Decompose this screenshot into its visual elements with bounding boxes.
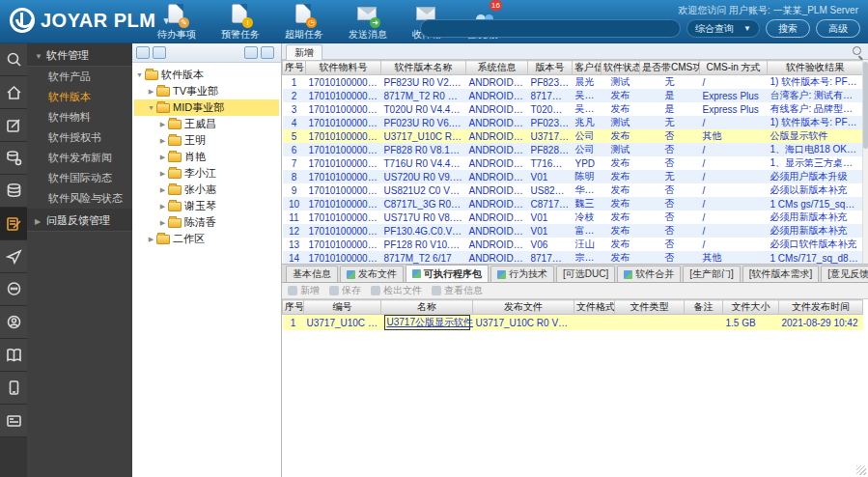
table-row[interactable]: 41701010000020PF023U R0 V6.163ANDROID 11… — [283, 116, 863, 129]
tree-node[interactable]: ▼MID事业部 — [134, 99, 279, 116]
toolbar-item-overdue-tasks[interactable]: ◷超期任务 — [285, 4, 323, 42]
rail-book-icon[interactable] — [0, 339, 27, 372]
package-link[interactable]: U3717公版显示软件包 — [384, 315, 470, 330]
rail-chat-icon[interactable] — [0, 273, 27, 306]
column-header[interactable]: 是否带CMS功能 — [640, 61, 700, 75]
tree-node[interactable]: ▶王明 — [134, 132, 279, 149]
column-header[interactable]: 文件类型 — [615, 300, 685, 315]
tree-node[interactable]: ▶二作区 — [134, 231, 279, 247]
search-scope-select[interactable]: 综合查询 ▼ — [686, 19, 760, 38]
rail-database-gear-icon[interactable] — [0, 142, 27, 175]
nav-item[interactable]: 软件风险与状态 — [27, 188, 132, 209]
table-row[interactable]: 11701010000024PF823U R0 V2.213ANDROID 11… — [283, 75, 863, 90]
tab-new[interactable]: 新增 — [286, 44, 322, 60]
toolbar-item-warning-tasks[interactable]: !预警任务 — [221, 4, 260, 42]
chevron-right-icon[interactable]: ▶ — [157, 165, 168, 182]
nav-item[interactable]: 软件版本 — [27, 87, 132, 107]
rail-broadcast-icon[interactable] — [0, 306, 27, 339]
table-row[interactable]: 31701010000021T020U R0 V4.44 5YANDROID 1… — [283, 102, 863, 116]
expand-all-icon[interactable] — [244, 46, 258, 59]
search-button[interactable]: 搜索 — [766, 19, 810, 38]
nav-item[interactable]: 软件授权书 — [27, 127, 132, 148]
table-search-icon[interactable] — [852, 45, 864, 58]
nav-item[interactable]: 软件产品 — [27, 67, 132, 87]
tree-node[interactable]: ▶TV事业部 — [134, 83, 279, 99]
table-row[interactable]: 71701010000017T716U R0 V4.44 Y1ANDROID 1… — [283, 156, 863, 170]
rail-database-icon[interactable] — [0, 175, 27, 208]
rail-send-icon[interactable] — [0, 240, 27, 273]
nav-section-0[interactable]: ▼软件管理 — [27, 43, 132, 67]
column-header[interactable]: 文件格式 — [574, 300, 615, 315]
detail-tab-2[interactable]: 可执行程序包 — [406, 265, 489, 282]
tree-node[interactable]: ▼软件版本 — [134, 67, 279, 83]
nav-item[interactable]: 软件国际动态 — [27, 168, 132, 188]
table-row[interactable]: 111701010000013US717U R0 V8.19ANDROID 11… — [283, 210, 863, 224]
rail-document-edit-icon[interactable] — [0, 208, 27, 240]
table-row[interactable]: 81701010000016US720U R0 V9.47ANDROID 11V… — [283, 170, 863, 183]
refresh-icon[interactable] — [136, 46, 150, 59]
column-header[interactable]: 序号 — [283, 300, 304, 315]
collapse-all-icon[interactable] — [261, 46, 274, 59]
table-row[interactable]: 101701010000014C8717L_3G R0 V8ANDROID 11… — [283, 197, 863, 210]
detail-toolbar-button-1[interactable]: 保存 — [329, 284, 361, 297]
nav-item[interactable]: 软件发布新闻 — [27, 148, 132, 168]
column-header[interactable]: 编号 — [304, 300, 381, 315]
table-row[interactable]: 131701010000010PF128 R0 V10.32 RANDROID … — [283, 238, 863, 251]
tree-node[interactable]: ▶李小江 — [134, 165, 279, 182]
chevron-down-icon[interactable]: ▼ — [134, 67, 145, 83]
column-header[interactable]: 客户信息 — [573, 61, 602, 75]
tree-node[interactable]: ▶张小惠 — [134, 182, 279, 198]
column-header[interactable]: 软件验收结果 — [768, 61, 863, 75]
detail-tab-8[interactable]: [意见反馈] — [821, 266, 868, 282]
chevron-right-icon[interactable]: ▶ — [157, 116, 168, 132]
rail-home-icon[interactable] — [0, 76, 27, 109]
column-header[interactable]: 软件版本名称 — [381, 61, 466, 75]
detail-tab-5[interactable]: 软件合并 — [617, 266, 681, 282]
detail-tab-3[interactable]: 行为技术 — [490, 266, 554, 282]
detail-tab-7[interactable]: [软件版本需求] — [742, 266, 820, 282]
detail-toolbar-button-0[interactable]: 新增 — [288, 284, 320, 297]
tree-settings-icon[interactable] — [153, 46, 166, 59]
column-header[interactable]: 文件大小 — [723, 300, 779, 315]
chevron-down-icon[interactable]: ▼ — [146, 99, 156, 116]
table-row[interactable]: 61701010000018PF828 R0 V8.127 HANDROID 1… — [283, 143, 863, 156]
nav-item[interactable]: 软件物料 — [27, 107, 132, 127]
column-header[interactable]: 版本号 — [528, 61, 573, 75]
column-header[interactable]: 备注 — [685, 300, 723, 315]
detail-toolbar-button-3[interactable]: 查看信息 — [432, 284, 483, 297]
resize-grip[interactable] — [856, 465, 866, 475]
detail-tab-4[interactable]: [可选DUC] — [556, 266, 615, 282]
tree-node[interactable]: ▶谢玉琴 — [134, 198, 279, 214]
global-search-input[interactable] — [420, 19, 681, 38]
column-header[interactable]: 系统信息 — [466, 61, 528, 75]
table-row[interactable]: 91701010000015US821U2 C0 V9.1ANDROID 10.… — [283, 183, 863, 197]
chevron-right-icon[interactable]: ▶ — [146, 83, 156, 99]
tree-node[interactable]: ▶陈清香 — [134, 214, 279, 231]
detail-toolbar-button-2[interactable]: 检出文件 — [371, 284, 422, 297]
rail-mobile-icon[interactable] — [0, 372, 27, 405]
chevron-right-icon[interactable]: ▶ — [157, 149, 168, 165]
toolbar-item-todo-tasks[interactable]: ✎待办事项 — [157, 4, 196, 42]
chevron-right-icon[interactable]: ▶ — [157, 198, 168, 214]
tree-node[interactable]: ▶肖艳 — [134, 149, 279, 165]
column-header[interactable]: 发布文件 — [473, 300, 574, 315]
table-row[interactable]: 1417010100000098717M_T2 6/17ANDROID 1187… — [283, 251, 863, 264]
cell[interactable]: U3717公版显示软件包 — [381, 315, 473, 331]
detail-tab-1[interactable]: 发布文件 — [340, 266, 404, 282]
rail-card-icon[interactable] — [0, 405, 27, 437]
chevron-right-icon[interactable]: ▶ — [157, 214, 168, 231]
nav-section-1[interactable]: ▶问题反馈管理 — [27, 209, 132, 232]
detail-tab-6[interactable]: [生产部门] — [683, 266, 741, 282]
table-row[interactable]: 51701010000019U3717_U10C R0 VANDROID 11U… — [283, 129, 863, 143]
tree-node[interactable]: ▶王威昌 — [134, 116, 279, 132]
table-row[interactable]: 121701010000012PF130.4G.C0.V9.46ANDROID … — [283, 224, 863, 238]
vertical-scrollbar[interactable] — [862, 60, 868, 264]
column-header[interactable]: 文件发布时间 — [779, 300, 863, 315]
rail-edit-icon[interactable] — [0, 109, 27, 142]
advanced-search-button[interactable]: 高级 — [816, 19, 860, 38]
toolbar-item-send-message[interactable]: ➜发送消息 — [349, 4, 387, 42]
column-header[interactable]: 序号 — [283, 61, 306, 75]
rail-search-icon[interactable] — [0, 43, 27, 76]
chevron-right-icon[interactable]: ▶ — [146, 231, 156, 247]
chevron-right-icon[interactable]: ▶ — [157, 182, 168, 198]
